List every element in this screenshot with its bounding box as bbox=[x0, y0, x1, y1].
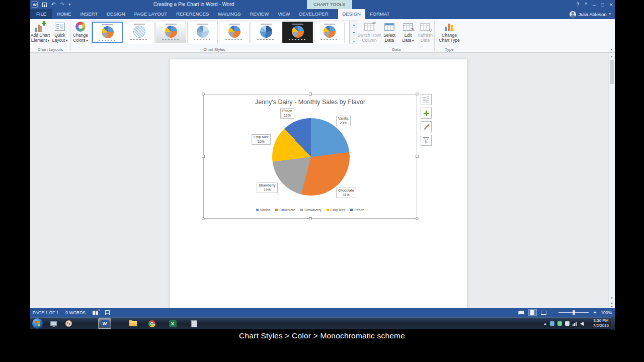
taskbar-excel-app[interactable] bbox=[166, 318, 179, 329]
proofing-error-icon[interactable] bbox=[93, 311, 98, 315]
selection-handle[interactable] bbox=[309, 217, 312, 220]
data-label-vanilla[interactable]: Vanilla 23% bbox=[336, 116, 351, 126]
data-label-peach[interactable]: Peach 12% bbox=[280, 108, 294, 119]
chart-filters-button[interactable] bbox=[421, 135, 432, 146]
selection-handle[interactable] bbox=[202, 93, 205, 96]
minimize-button[interactable] bbox=[593, 2, 596, 8]
network-icon[interactable] bbox=[573, 322, 577, 326]
scroll-up-icon[interactable]: ▴ bbox=[609, 53, 615, 59]
data-label-chip-mint[interactable]: Chip Mint 15% bbox=[252, 134, 271, 145]
chart-legend[interactable]: Vanilla Chocolate Strawberry Chip Mint P… bbox=[204, 208, 417, 212]
taskbar-calculator-app[interactable] bbox=[188, 318, 201, 329]
taskbar-monitor-app[interactable] bbox=[47, 318, 60, 329]
chart-style-option-5[interactable] bbox=[219, 22, 250, 43]
save-icon[interactable] bbox=[42, 3, 47, 7]
selection-handle[interactable] bbox=[202, 155, 205, 158]
layout-options-button[interactable] bbox=[421, 94, 432, 105]
chart-style-option-2[interactable] bbox=[124, 22, 154, 43]
chart-title[interactable]: Jenny's Dairy - Monthly Sales by Flavor bbox=[204, 99, 417, 106]
print-layout-button[interactable] bbox=[529, 310, 536, 315]
word-logo-icon[interactable] bbox=[32, 2, 38, 8]
data-label-strawberry[interactable]: Strawberry 19% bbox=[257, 183, 278, 193]
tab-view[interactable]: VIEW bbox=[273, 9, 294, 19]
close-button[interactable] bbox=[610, 2, 613, 8]
chart-style-option-8[interactable] bbox=[314, 22, 345, 43]
help-icon[interactable] bbox=[577, 2, 580, 8]
tab-references[interactable]: REFERENCES bbox=[172, 9, 213, 19]
edit-data-button[interactable]: Edit Data bbox=[399, 20, 417, 43]
paint-icon bbox=[65, 320, 72, 327]
show-desktop-button[interactable] bbox=[611, 317, 615, 330]
action-center-icon[interactable] bbox=[565, 321, 570, 326]
selection-handle[interactable] bbox=[309, 93, 312, 96]
chart-styles-button[interactable] bbox=[421, 121, 432, 132]
ribbon-display-options-icon[interactable] bbox=[585, 2, 587, 8]
gallery-scroll-down-icon[interactable] bbox=[351, 29, 357, 36]
tab-home[interactable]: HOME bbox=[52, 9, 76, 19]
change-colors-button[interactable]: Change Colors bbox=[71, 20, 90, 43]
taskbar-explorer-app[interactable] bbox=[126, 318, 139, 329]
qat-customize-icon[interactable]: ▾ bbox=[69, 3, 71, 7]
zoom-slider[interactable] bbox=[558, 312, 589, 313]
selection-handle[interactable] bbox=[416, 93, 419, 96]
chart-style-option-4[interactable] bbox=[187, 22, 218, 43]
refresh-data-button: Refresh Data bbox=[417, 20, 434, 43]
selection-handle[interactable] bbox=[416, 217, 419, 220]
taskbar-chrome-app[interactable] bbox=[145, 318, 158, 329]
tray-app-icon[interactable] bbox=[557, 321, 562, 326]
macro-icon[interactable] bbox=[105, 310, 110, 315]
tab-chart-design[interactable]: DESIGN bbox=[338, 9, 365, 19]
taskbar-paint-app[interactable] bbox=[62, 318, 75, 329]
read-mode-button[interactable] bbox=[518, 310, 525, 315]
pie-chart[interactable] bbox=[272, 118, 350, 196]
maximize-button[interactable] bbox=[601, 2, 604, 8]
tab-page-layout[interactable]: PAGE LAYOUT bbox=[130, 9, 172, 19]
tab-insert[interactable]: INSERT bbox=[76, 9, 103, 19]
redo-icon[interactable]: ↷ bbox=[60, 0, 64, 9]
change-chart-type-button[interactable]: Change Chart Type bbox=[438, 20, 461, 43]
selection-handle[interactable] bbox=[202, 217, 205, 220]
account-user[interactable]: Julia Ableson ▾ bbox=[570, 9, 611, 19]
next-page-icon[interactable]: ▾▾ bbox=[609, 302, 615, 308]
chart-elements-button[interactable] bbox=[421, 108, 432, 119]
data-label-chocolate[interactable]: Chocolate 31% bbox=[336, 188, 356, 198]
chart-object[interactable]: Jenny's Dairy - Monthly Sales by Flavor … bbox=[203, 94, 417, 219]
collapse-ribbon-icon[interactable] bbox=[610, 47, 612, 51]
page-indicator[interactable]: PAGE 1 OF 1 bbox=[33, 310, 58, 315]
gallery-scroll bbox=[351, 21, 357, 44]
gallery-scroll-up-icon[interactable] bbox=[351, 21, 357, 28]
start-button[interactable] bbox=[32, 318, 43, 329]
web-layout-button[interactable] bbox=[540, 310, 547, 315]
tab-design[interactable]: DESIGN bbox=[102, 9, 129, 19]
chart-style-option-6[interactable] bbox=[251, 22, 281, 43]
selection-handle[interactable] bbox=[416, 155, 419, 158]
quick-layout-button[interactable]: Quick Layout bbox=[50, 20, 69, 43]
zoom-out-button[interactable] bbox=[551, 310, 554, 315]
tab-mailings[interactable]: MAILINGS bbox=[213, 9, 245, 19]
chart-style-option-7[interactable] bbox=[282, 22, 313, 43]
add-chart-element-button[interactable]: Add Chart Element bbox=[31, 20, 50, 43]
chart-style-option-3[interactable] bbox=[155, 22, 186, 43]
scroll-down-icon[interactable]: ▾ bbox=[609, 295, 615, 301]
taskbar-word-app[interactable] bbox=[98, 318, 111, 329]
tab-developer[interactable]: DEVELOPER bbox=[294, 9, 333, 19]
tab-chart-format[interactable]: FORMAT bbox=[365, 9, 394, 19]
word-count[interactable]: 0 WORDS bbox=[65, 310, 86, 315]
volume-icon[interactable] bbox=[580, 322, 584, 326]
chart-style-option-1[interactable] bbox=[92, 22, 123, 43]
tray-app-icon[interactable] bbox=[550, 321, 554, 326]
status-bar: PAGE 1 OF 1 0 WORDS 100% bbox=[30, 308, 615, 317]
tab-review[interactable]: REVIEW bbox=[246, 9, 273, 19]
taskbar-clock[interactable]: 3:36 PM 7/2/2015 bbox=[593, 318, 609, 328]
undo-icon[interactable]: ↶ bbox=[51, 0, 55, 9]
select-data-button[interactable]: Select Data bbox=[380, 20, 399, 43]
zoom-in-button[interactable] bbox=[593, 310, 596, 315]
zoom-slider-thumb[interactable] bbox=[573, 310, 575, 315]
tab-file[interactable]: FILE bbox=[30, 9, 52, 19]
gallery-more-icon[interactable] bbox=[351, 37, 357, 44]
zoom-level[interactable]: 100% bbox=[601, 310, 612, 315]
scrollbar-thumb[interactable] bbox=[610, 60, 614, 84]
hidden-icons-arrow-icon[interactable] bbox=[543, 322, 547, 325]
vertical-scrollbar[interactable]: ▴ ▾ ▾▾ bbox=[608, 53, 615, 308]
paintbrush-icon bbox=[423, 123, 430, 130]
